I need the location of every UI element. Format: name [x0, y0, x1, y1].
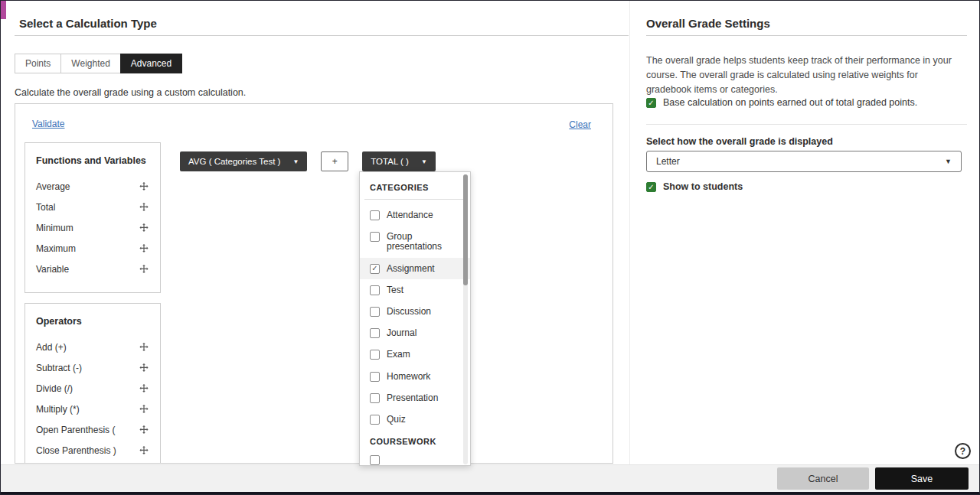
move-icon[interactable]	[139, 243, 149, 254]
function-item-variable[interactable]: Variable	[36, 259, 149, 279]
move-icon[interactable]	[139, 264, 149, 275]
function-item-minimum[interactable]: Minimum	[36, 217, 149, 238]
function-item-average[interactable]: Average	[36, 176, 149, 197]
total-pill[interactable]: TOTAL ( ) ▼	[362, 151, 436, 171]
accent-bar	[1, 1, 6, 19]
add-operator-pill[interactable]: +	[321, 151, 348, 171]
checkbox[interactable]	[370, 285, 380, 295]
category-option-presentation[interactable]: Presentation	[360, 387, 470, 409]
operator-item-open-paren[interactable]: Open Parenthesis (	[36, 419, 149, 440]
category-option-test[interactable]: Test	[360, 279, 470, 301]
operator-item-multiply[interactable]: Multiply (*)	[36, 399, 149, 419]
move-icon[interactable]	[139, 223, 149, 233]
move-icon[interactable]	[139, 383, 149, 394]
clear-link[interactable]: Clear	[569, 119, 591, 130]
dropdown-section-categories: CATEGORIES	[360, 181, 470, 199]
category-option-label: Exam	[387, 349, 410, 360]
chevron-down-icon: ▼	[292, 158, 299, 165]
tab-points[interactable]: Points	[15, 54, 61, 73]
overall-grade-settings-title: Overall Grade Settings	[646, 17, 770, 30]
category-option-attendance[interactable]: Attendance	[360, 204, 470, 226]
category-option-discussion[interactable]: Discussion	[360, 301, 470, 322]
operators-panel-title: Operators	[36, 316, 149, 327]
title-divider	[15, 35, 629, 36]
category-option-label: Group presentations	[387, 231, 453, 252]
page-title: Select a Calculation Type	[19, 17, 157, 30]
operator-item-label: Close Parenthesis )	[36, 445, 116, 456]
move-icon[interactable]	[139, 181, 149, 192]
category-option-quiz[interactable]: Quiz	[360, 409, 470, 430]
panel-divider	[629, 1, 630, 466]
checkbox[interactable]	[370, 232, 380, 242]
function-item-label: Minimum	[36, 223, 74, 233]
checkbox[interactable]	[646, 182, 656, 192]
show-to-students-checkbox-row[interactable]: Show to students	[646, 181, 743, 192]
category-option-label: Journal	[387, 327, 416, 338]
dropdown-scrollbar[interactable]	[463, 174, 468, 464]
function-item-total[interactable]: Total	[36, 197, 149, 217]
show-to-students-label: Show to students	[663, 181, 743, 192]
checkbox[interactable]	[370, 372, 380, 382]
function-item-label: Average	[36, 181, 70, 192]
grade-display-select[interactable]: Letter ▼	[646, 151, 962, 172]
tab-weighted[interactable]: Weighted	[60, 54, 120, 73]
operator-item-label: Add (+)	[36, 342, 67, 353]
functions-panel: Functions and Variables Average Total Mi…	[24, 142, 161, 293]
function-item-maximum[interactable]: Maximum	[36, 238, 149, 259]
coursework-option-partial[interactable]	[360, 449, 470, 466]
avg-categories-pill[interactable]: AVG ( Categories Test ) ▼	[180, 151, 307, 171]
base-calculation-checkbox-row[interactable]: Base calculation on points earned out of…	[646, 97, 963, 108]
move-icon[interactable]	[139, 342, 149, 353]
category-option-label: Quiz	[387, 414, 406, 425]
checkbox[interactable]	[370, 350, 380, 360]
settings-title-divider	[646, 35, 967, 36]
window-bottom-edge	[1, 492, 979, 494]
formula-builder: Validate Clear Functions and Variables A…	[15, 103, 613, 464]
expression-canvas: AVG ( Categories Test ) ▼ + TOTAL ( ) ▼	[180, 151, 436, 171]
categories-dropdown: CATEGORIES Attendance Group presentation…	[359, 171, 471, 466]
operator-item-close-paren[interactable]: Close Parenthesis )	[36, 440, 149, 461]
operator-item-divide[interactable]: Divide (/)	[36, 378, 149, 399]
move-icon[interactable]	[139, 404, 149, 415]
checkbox[interactable]	[370, 393, 380, 403]
checkbox[interactable]	[370, 307, 380, 317]
category-option-journal[interactable]: Journal	[360, 322, 470, 344]
operator-item-subtract[interactable]: Subtract (-)	[36, 357, 149, 378]
category-option-exam[interactable]: Exam	[360, 344, 470, 365]
tab-advanced[interactable]: Advanced	[120, 54, 182, 73]
function-item-label: Total	[36, 202, 55, 213]
category-option-label: Discussion	[387, 306, 431, 317]
checkbox[interactable]	[370, 264, 380, 274]
total-pill-label: TOTAL ( )	[371, 157, 409, 166]
scrollbar-thumb[interactable]	[463, 174, 468, 285]
checkbox[interactable]	[370, 328, 380, 338]
settings-description: The overall grade helps students keep tr…	[646, 54, 963, 96]
category-option-assignment[interactable]: Assignment	[360, 258, 470, 279]
operator-item-add[interactable]: Add (+)	[36, 337, 149, 357]
function-item-label: Variable	[36, 264, 69, 275]
avg-pill-label: AVG ( Categories Test )	[188, 157, 280, 166]
category-option-group-presentations[interactable]: Group presentations	[360, 226, 470, 257]
move-icon[interactable]	[139, 425, 149, 435]
category-option-homework[interactable]: Homework	[360, 366, 470, 387]
save-button[interactable]: Save	[875, 467, 969, 490]
operator-item-label: Open Parenthesis (	[36, 425, 115, 435]
checkbox[interactable]	[370, 210, 380, 220]
calculation-description: Calculate the overall grade using a cust…	[15, 87, 246, 98]
dialog-footer: Cancel Save	[1, 464, 979, 492]
category-option-label: Presentation	[387, 392, 438, 403]
chevron-down-icon: ▼	[421, 158, 427, 165]
operator-item-label: Divide (/)	[36, 383, 73, 394]
cancel-button[interactable]: Cancel	[777, 467, 869, 490]
checkbox[interactable]	[370, 455, 380, 465]
move-icon[interactable]	[139, 363, 149, 373]
move-icon[interactable]	[139, 445, 149, 456]
checkbox[interactable]	[646, 98, 656, 108]
checkbox[interactable]	[370, 415, 380, 425]
dropdown-divider	[364, 199, 466, 200]
move-icon[interactable]	[139, 202, 149, 213]
help-icon[interactable]: ?	[955, 443, 971, 459]
operator-item-label: Subtract (-)	[36, 363, 82, 373]
calculation-type-tabs: Points Weighted Advanced	[15, 54, 182, 73]
validate-link[interactable]: Validate	[32, 119, 64, 129]
